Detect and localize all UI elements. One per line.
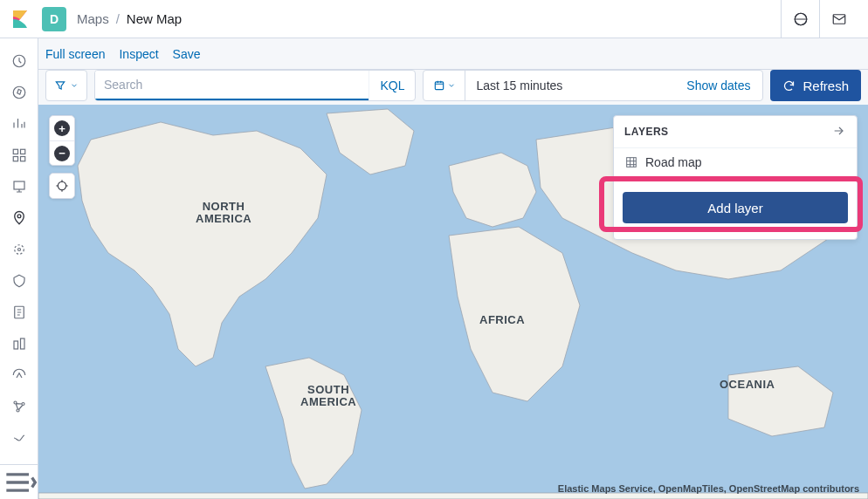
kibana-logo-icon[interactable] <box>10 9 31 30</box>
svg-point-9 <box>17 215 21 218</box>
map-label-south-america: SOUTHAMERICA <box>300 384 356 409</box>
svg-point-20 <box>58 181 65 189</box>
map-label-north-america: NORTHAMERICA <box>196 201 251 226</box>
kql-toggle[interactable]: KQL <box>369 71 415 100</box>
zoom-controls: + − <box>49 115 75 166</box>
calendar-icon <box>433 79 445 92</box>
nav-siem-icon[interactable] <box>0 422 38 454</box>
layer-label: Road map <box>645 155 702 169</box>
show-dates-link[interactable]: Show dates <box>674 71 762 100</box>
refresh-button[interactable]: Refresh <box>770 70 861 101</box>
crosshair-icon <box>55 179 69 193</box>
search-group: KQL <box>94 70 416 101</box>
grid-icon <box>624 155 638 169</box>
collapse-panel-button[interactable] <box>832 124 846 140</box>
nav-infrastructure-icon[interactable] <box>0 265 38 297</box>
collapse-right-icon <box>832 124 846 138</box>
svg-point-11 <box>14 245 24 255</box>
nav-canvas-icon[interactable] <box>0 171 38 202</box>
nav-apm-icon[interactable] <box>0 328 38 359</box>
date-quick-button[interactable] <box>424 71 465 100</box>
nav-recent-icon[interactable] <box>0 45 38 77</box>
refresh-icon <box>782 79 796 92</box>
filter-icon <box>54 79 66 92</box>
minus-icon: − <box>54 146 70 161</box>
nav-collapse-button[interactable] <box>0 464 38 499</box>
svg-rect-7 <box>20 157 24 161</box>
svg-rect-13 <box>14 341 18 349</box>
header-actions <box>781 0 858 38</box>
breadcrumb-root[interactable]: Maps <box>77 11 109 26</box>
nav-dashboard-icon[interactable] <box>0 140 38 171</box>
nav-uptime-icon[interactable] <box>0 359 38 391</box>
map-canvas[interactable]: NORTHAMERICA SOUTHAMERICA AFRICA OCEANIA… <box>38 105 868 499</box>
svg-point-3 <box>13 86 25 99</box>
date-range-display[interactable]: Last 15 minutes <box>465 71 674 100</box>
save-link[interactable]: Save <box>173 47 201 61</box>
breadcrumb-separator: / <box>116 11 120 26</box>
nav-maps-icon[interactable] <box>0 202 38 234</box>
layers-title: LAYERS <box>624 126 669 138</box>
map-label-africa: AFRICA <box>479 314 525 326</box>
mail-icon-button[interactable] <box>819 0 858 38</box>
add-layer-zone: Add layer <box>614 176 857 239</box>
nav-ml-icon[interactable] <box>0 234 38 265</box>
layer-item-roadmap[interactable]: Road map <box>614 147 857 176</box>
svg-rect-1 <box>833 14 845 24</box>
zoom-out-button[interactable]: − <box>50 140 74 165</box>
svg-rect-4 <box>13 149 17 154</box>
map-label-oceania: OCEANIA <box>720 379 775 391</box>
svg-rect-18 <box>435 82 443 90</box>
svg-rect-14 <box>20 338 24 349</box>
add-layer-button[interactable]: Add layer <box>623 192 848 223</box>
space-letter: D <box>50 12 59 26</box>
layers-panel: LAYERS Road map Add layer <box>613 115 858 240</box>
chevron-down-icon <box>70 81 79 90</box>
search-input[interactable] <box>95 71 369 100</box>
plus-icon: + <box>54 120 70 136</box>
date-picker: Last 15 minutes Show dates <box>423 70 763 101</box>
layers-header: LAYERS <box>614 116 857 147</box>
svg-rect-5 <box>20 149 24 154</box>
zoom-in-button[interactable]: + <box>50 116 74 140</box>
app-header: D Maps / New Map <box>0 0 868 38</box>
fit-to-data-button[interactable] <box>49 173 75 199</box>
nav-logs-icon[interactable] <box>0 297 38 328</box>
breadcrumb: Maps / New Map <box>77 11 182 26</box>
nav-visualize-icon[interactable] <box>0 108 38 140</box>
map-toolbar: Full screen Inspect Save <box>38 38 868 70</box>
main-area: Full screen Inspect Save KQL Last 15 min… <box>38 38 868 499</box>
svg-rect-6 <box>13 157 17 161</box>
svg-point-16 <box>22 403 24 406</box>
add-filter-button[interactable] <box>45 70 87 101</box>
svg-point-15 <box>14 401 17 404</box>
space-badge[interactable]: D <box>42 7 66 31</box>
svg-point-10 <box>17 249 20 251</box>
nav-discover-icon[interactable] <box>0 77 38 108</box>
inspect-link[interactable]: Inspect <box>119 47 158 61</box>
query-bar: KQL Last 15 minutes Show dates Refresh <box>38 70 868 105</box>
breadcrumb-current: New Map <box>127 11 182 26</box>
map-attribution: Elastic Maps Service, OpenMapTiles, Open… <box>558 483 859 494</box>
svg-rect-8 <box>14 181 24 189</box>
fullscreen-link[interactable]: Full screen <box>45 47 105 61</box>
svg-rect-21 <box>627 158 637 167</box>
side-nav <box>0 38 38 499</box>
news-icon-button[interactable] <box>781 0 819 38</box>
nav-graph-icon[interactable] <box>0 391 38 422</box>
chevron-down-icon <box>447 81 456 90</box>
